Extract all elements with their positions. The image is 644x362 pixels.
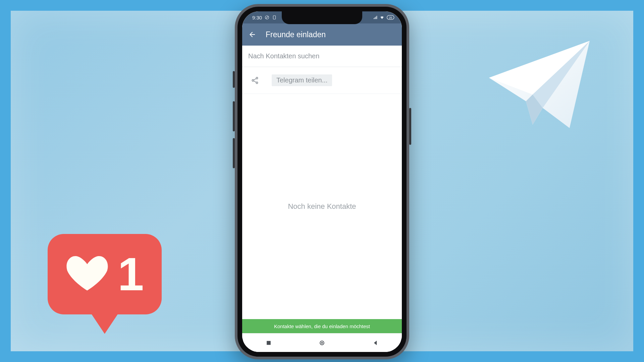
signal-icon <box>373 15 378 20</box>
search-input[interactable] <box>248 52 396 60</box>
search-bar <box>242 46 402 67</box>
back-arrow-icon[interactable] <box>248 31 256 39</box>
phone-mockup: 9:30 25 Freunde einladen <box>235 4 409 359</box>
battery-icon: 25 <box>386 15 396 20</box>
svg-line-1 <box>266 16 268 19</box>
empty-state-text: Noch keine Kontakte <box>288 202 356 211</box>
svg-rect-2 <box>273 16 276 19</box>
share-icon <box>251 76 259 84</box>
back-icon[interactable] <box>372 340 379 346</box>
svg-line-9 <box>254 81 256 82</box>
svg-point-5 <box>256 77 258 79</box>
app-bar: Freunde einladen <box>242 23 402 46</box>
svg-rect-10 <box>267 341 271 345</box>
recent-apps-icon[interactable] <box>265 340 272 346</box>
svg-text:25: 25 <box>389 16 392 19</box>
share-telegram-label: Telegram teilen... <box>276 76 327 84</box>
empty-state: Noch keine Kontakte <box>242 94 402 319</box>
heart-icon <box>65 252 109 296</box>
svg-line-8 <box>254 78 256 80</box>
app-screen: 9:30 25 Freunde einladen <box>242 11 402 352</box>
invite-banner-text: Kontakte wählen, die du einladen möchtes… <box>274 323 370 329</box>
phone-notch <box>282 11 362 24</box>
invite-banner[interactable]: Kontakte wählen, die du einladen möchtes… <box>242 319 402 333</box>
android-nav-bar <box>242 333 402 352</box>
like-notification-bubble: 1 <box>48 234 162 335</box>
svg-point-7 <box>256 82 258 83</box>
page-title: Freunde einladen <box>266 30 326 39</box>
do-not-disturb-icon <box>265 15 269 20</box>
sim-icon <box>272 15 277 20</box>
share-telegram-row[interactable]: Telegram teilen... <box>242 67 402 94</box>
like-count: 1 <box>118 251 144 298</box>
background-canvas: 1 9:30 <box>11 11 633 351</box>
telegram-plane-icon <box>482 31 596 131</box>
svg-point-6 <box>252 79 254 81</box>
wifi-icon <box>380 15 384 20</box>
status-time: 9:30 <box>252 15 262 20</box>
svg-point-12 <box>321 342 323 344</box>
home-icon[interactable] <box>319 340 325 346</box>
